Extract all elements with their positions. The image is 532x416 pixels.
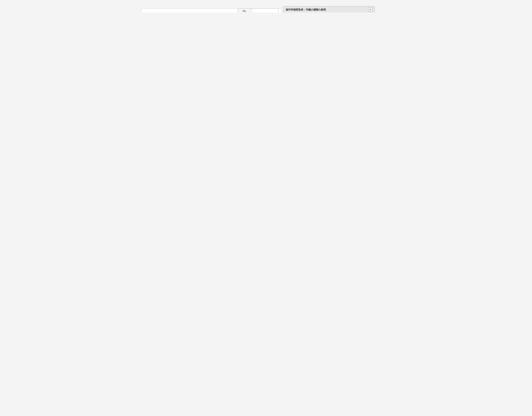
no-field: No. [238, 8, 278, 12]
close-icon[interactable]: × [368, 8, 372, 11]
seal-type-dialog: 捺印申請星取表：印鑑の種類の参照 × 印鑑の種類 を含む 検索 全9件 印鑑の種… [284, 6, 374, 12]
no-value [251, 8, 278, 12]
dialog-title: 捺印申請星取表：印鑑の種類の参照 [286, 8, 326, 11]
no-label: No. [238, 8, 251, 12]
application-form: No. 2-01.捺印申請書 申請者氏名 システム管理者 社員番号 0 申請者部… [141, 8, 282, 12]
